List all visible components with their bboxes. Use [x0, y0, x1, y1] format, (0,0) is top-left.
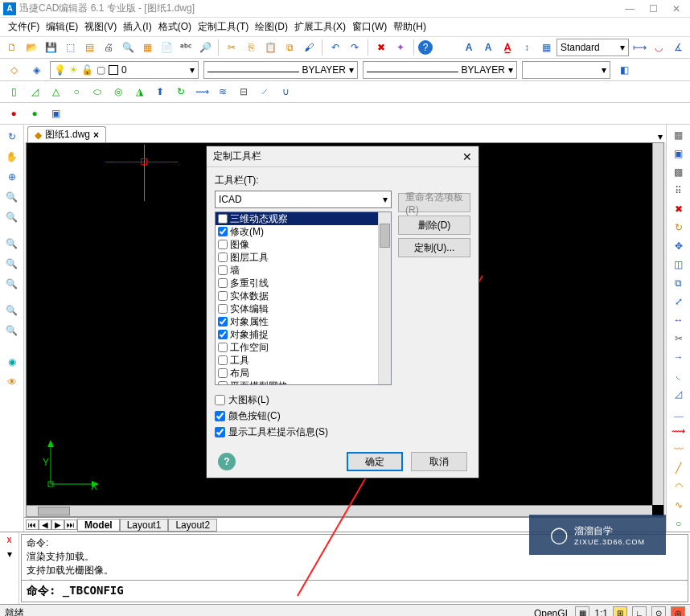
list-item-checkbox[interactable] [218, 278, 228, 288]
list-item[interactable]: 实体数据 [216, 290, 391, 302]
xref-icon[interactable]: ▦ [670, 126, 688, 143]
cancel-button[interactable]: 取消 [411, 452, 467, 471]
plot-icon[interactable]: ▦ [138, 39, 156, 56]
list-item-checkbox[interactable] [218, 265, 228, 275]
menu-view[interactable]: 视图(V) [84, 20, 117, 34]
box-icon[interactable]: ▯ [5, 83, 23, 101]
customize-button[interactable]: 定制(U)... [398, 238, 470, 257]
close-tab-icon[interactable]: × [93, 129, 99, 141]
list-item-checkbox[interactable] [218, 253, 228, 262]
list-item-checkbox[interactable] [218, 227, 228, 236]
menu-draw[interactable]: 绘图(D) [255, 20, 288, 34]
list-item-checkbox[interactable] [218, 240, 228, 249]
match-icon[interactable]: 🖌 [300, 39, 318, 56]
dim-rad-icon[interactable]: ◡ [650, 39, 667, 56]
slice-icon[interactable]: ⟋ [256, 83, 273, 101]
list-item[interactable]: 对象属性 [216, 315, 391, 328]
cone-icon[interactable]: △ [47, 83, 64, 101]
erase2-icon[interactable]: ✖ [670, 200, 688, 217]
maximize-button[interactable]: ☐ [649, 3, 658, 14]
extrude-icon[interactable]: ⬆ [151, 83, 169, 101]
block-icon[interactable]: ▣ [670, 145, 688, 162]
find-icon[interactable]: 🔎 [196, 39, 214, 56]
paste-spec-icon[interactable]: ⧉ [281, 39, 298, 56]
listbox-scrollbar[interactable] [378, 212, 391, 384]
break-icon[interactable]: ⸏ [670, 404, 688, 421]
zoom-ctr-icon[interactable]: 🔍 [3, 302, 21, 319]
list-item-checkbox[interactable] [218, 291, 228, 301]
list-item-checkbox[interactable] [218, 317, 228, 326]
last-tab-icon[interactable]: ⏭ [64, 519, 77, 530]
ortho-icon[interactable]: ∟ [632, 606, 647, 617]
list-item[interactable]: 三维动态观察 [216, 212, 391, 225]
dialog-close-icon[interactable]: ✕ [462, 150, 472, 163]
zoom-prev-icon[interactable]: 🔍 [3, 235, 21, 253]
command-input[interactable]: 命令: _TBCONFIG [22, 580, 688, 602]
tab-layout2[interactable]: Layout2 [168, 519, 217, 532]
color-buttons-checkbox[interactable]: 颜色按钮(C) [215, 409, 392, 423]
layer-manager-icon[interactable]: ◇ [5, 61, 23, 79]
menu-window[interactable]: 窗口(W) [352, 20, 387, 34]
offset-icon[interactable]: ⧉ [670, 274, 688, 291]
open-icon[interactable]: 📂 [23, 39, 40, 56]
explode-icon[interactable]: ✦ [392, 39, 409, 56]
tabs-dropdown-icon[interactable]: ▾ [658, 131, 663, 142]
list-item[interactable]: 修改(M) [216, 225, 391, 238]
cmd-close-icon[interactable]: x [7, 534, 12, 545]
render-icon[interactable]: ● [5, 105, 23, 122]
pyramid-icon[interactable]: ◮ [130, 83, 148, 101]
list-item[interactable]: 布局 [216, 367, 391, 380]
menu-file[interactable]: 文件(F) [8, 20, 39, 34]
rotate-icon[interactable]: ↻ [670, 219, 688, 236]
list-item[interactable]: 平面模型网格 [216, 380, 391, 385]
list-item[interactable]: 墙 [216, 264, 391, 277]
polyline-icon[interactable]: 〰 [670, 441, 688, 458]
light-icon[interactable]: ▣ [47, 105, 64, 122]
layer-combo[interactable]: 💡 ☀ 🔓 ▢ 0 ▾ [50, 61, 199, 79]
cut-icon[interactable]: ✂ [223, 39, 240, 56]
pdf-icon[interactable]: ▤ [80, 39, 98, 56]
line-icon[interactable]: ╱ [670, 459, 688, 476]
new-icon[interactable]: 🗋 [3, 39, 21, 56]
erase-icon[interactable]: ✖ [372, 39, 390, 56]
text-style-combo[interactable]: Standard ▾ [557, 39, 629, 56]
paste-icon[interactable]: 📋 [261, 39, 279, 56]
sect-icon[interactable]: ⊟ [235, 83, 253, 101]
fillet-icon[interactable]: ◟ [670, 367, 688, 384]
grid-icon[interactable]: ⊞ [613, 606, 627, 617]
list-item-checkbox[interactable] [218, 381, 228, 385]
trim-icon[interactable]: ✂ [670, 330, 688, 347]
wedge-icon[interactable]: ◿ [26, 83, 43, 101]
list-item[interactable]: 对象捕捉 [216, 328, 391, 341]
chamfer-icon[interactable]: ◿ [670, 385, 688, 402]
zoom-scale-icon[interactable]: 🔍 [3, 275, 21, 293]
list-item[interactable]: 图像 [216, 238, 391, 251]
scale-icon[interactable]: ⤢ [670, 293, 688, 310]
menu-insert[interactable]: 插入(I) [123, 20, 151, 34]
move-icon[interactable]: ✥ [670, 237, 688, 254]
stretch-icon[interactable]: ↔ [670, 311, 688, 328]
save-icon[interactable]: 💾 [42, 39, 60, 56]
extend-icon[interactable]: → [670, 348, 688, 365]
lineweight-combo[interactable]: BYLAYER ▾ [363, 61, 517, 79]
zoom-obj-icon[interactable]: 🔍 [3, 322, 21, 339]
regen-icon[interactable]: ↻ [3, 128, 21, 146]
list-item[interactable]: 多重引线 [216, 277, 391, 290]
publish-icon[interactable]: 📄 [158, 39, 175, 56]
minimize-button[interactable]: — [625, 3, 635, 14]
layer-state-icon[interactable]: ◈ [27, 61, 45, 79]
join-icon[interactable]: ⟿ [670, 422, 688, 439]
close-button[interactable]: ✕ [672, 3, 680, 14]
spell-icon[interactable]: ᵃᵇᶜ [177, 39, 195, 56]
tab-model[interactable]: Model [77, 519, 120, 532]
list-item[interactable]: 图层工具 [216, 251, 391, 264]
text-a2-icon[interactable]: A [479, 39, 497, 56]
v-scrollbar[interactable] [652, 143, 663, 505]
torus-icon[interactable]: ◎ [109, 83, 127, 101]
prev-tab-icon[interactable]: ◀ [39, 519, 51, 530]
document-tab[interactable]: ◆ 图纸1.dwg × [27, 126, 106, 142]
list-item-checkbox[interactable] [218, 343, 228, 352]
menu-help[interactable]: 帮助(H) [393, 20, 426, 34]
ok-button[interactable]: 确定 [347, 452, 403, 471]
toolbar-combo[interactable]: ICAD ▾ [215, 191, 392, 208]
